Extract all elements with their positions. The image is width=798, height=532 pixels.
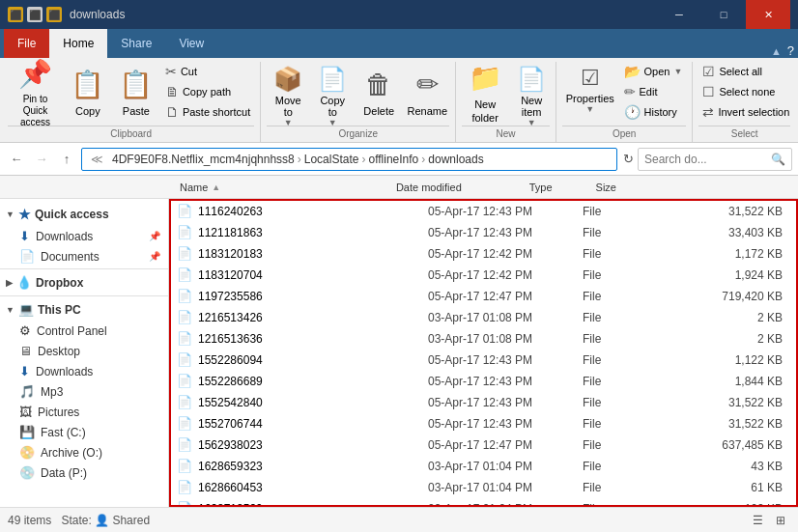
table-row[interactable]: 📄 1628659323 03-Apr-17 01:04 PM File 43 … bbox=[171, 456, 796, 477]
file-date: 05-Apr-17 12:42 PM bbox=[428, 247, 583, 261]
tab-home[interactable]: Home bbox=[49, 29, 107, 58]
properties-button[interactable]: ☑ Properties ▼ bbox=[562, 62, 618, 124]
open-button[interactable]: 📂 Open ▼ bbox=[620, 62, 687, 81]
col-header-date[interactable]: Date modified bbox=[396, 182, 529, 193]
sidebar-item-documents[interactable]: 📄 Documents 📌 bbox=[0, 246, 168, 266]
table-row[interactable]: 📄 1552286689 05-Apr-17 12:43 PM File 1,8… bbox=[171, 371, 796, 392]
sidebar-item-downloads-pc[interactable]: ⬇ Downloads bbox=[0, 361, 168, 381]
organize-content: 📦 Moveto ▼ 📄 Copyto ▼ 🗑 Delete ✏ Rename bbox=[267, 62, 449, 124]
maximize-button[interactable]: □ bbox=[701, 0, 746, 29]
path-sep-2: › bbox=[361, 153, 365, 166]
search-box[interactable]: 🔍 bbox=[638, 148, 792, 171]
window-title: downloads bbox=[70, 8, 657, 21]
copy-to-button[interactable]: 📄 Copyto ▼ bbox=[311, 62, 354, 124]
table-row[interactable]: 📄 1183120183 05-Apr-17 12:42 PM File 1,1… bbox=[171, 243, 796, 265]
table-row[interactable]: 📄 1216513426 03-Apr-17 01:08 PM File 2 K… bbox=[171, 307, 796, 328]
sidebar-item-archive-o[interactable]: 📀 Archive (O:) bbox=[0, 442, 168, 462]
select-none-button[interactable]: ☐ Select none bbox=[698, 82, 793, 101]
column-headers: Name ▲ Date modified Type Size bbox=[0, 176, 798, 199]
edit-button[interactable]: ✏ Edit bbox=[620, 82, 687, 101]
quick-access-icon: ★ bbox=[18, 207, 31, 222]
new-folder-button[interactable]: 📁 Newfolder bbox=[462, 62, 508, 124]
table-row[interactable]: 📄 1628660453 03-Apr-17 01:04 PM File 61 … bbox=[171, 477, 796, 498]
sidebar-item-dropbox[interactable]: ▶ 💧 Dropbox bbox=[0, 271, 168, 294]
sidebar-item-data-p[interactable]: 💿 Data (P:) bbox=[0, 462, 168, 483]
path-segment-1: LocalState bbox=[304, 153, 359, 166]
new-item-button[interactable]: 📄 Newitem ▼ bbox=[510, 62, 553, 124]
documents-label: Documents bbox=[41, 250, 100, 264]
minimize-button[interactable]: ─ bbox=[657, 0, 701, 29]
edit-label: Edit bbox=[640, 86, 658, 98]
up-button[interactable]: ↑ bbox=[56, 149, 77, 170]
table-row[interactable]: 📄 1183120704 05-Apr-17 12:42 PM File 1,9… bbox=[171, 265, 796, 286]
col-header-size[interactable]: Size bbox=[596, 182, 624, 193]
file-date: 03-Apr-17 01:08 PM bbox=[428, 332, 583, 346]
tab-view[interactable]: View bbox=[165, 29, 217, 58]
state-icon: 👤 bbox=[95, 514, 109, 527]
sidebar-item-pictures[interactable]: 🖼 Pictures bbox=[0, 402, 168, 422]
paste-shortcut-button[interactable]: 🗋 Paste shortcut bbox=[161, 102, 254, 122]
sidebar-item-desktop[interactable]: 🖥 Desktop bbox=[0, 341, 168, 361]
large-icons-view-button[interactable]: ⊞ bbox=[771, 511, 790, 530]
sidebar-item-downloads[interactable]: ⬇ Downloads 📌 bbox=[0, 226, 168, 246]
col-size-label: Size bbox=[596, 182, 616, 193]
table-row[interactable]: 📄 1552542840 05-Apr-17 12:43 PM File 31,… bbox=[171, 392, 796, 413]
cut-button[interactable]: ✂ Cut bbox=[161, 62, 254, 81]
sidebar-item-control-panel[interactable]: ⚙ Control Panel bbox=[0, 321, 168, 341]
back-button[interactable]: ← bbox=[6, 149, 27, 170]
tab-file[interactable]: File bbox=[4, 29, 49, 58]
documents-icon: 📄 bbox=[19, 249, 35, 264]
new-item-label: Newitem bbox=[521, 95, 542, 118]
file-icon: 📄 bbox=[177, 331, 192, 346]
ribbon-collapse-icon[interactable]: ▲ bbox=[771, 45, 782, 57]
help-button[interactable]: ? bbox=[787, 43, 794, 58]
col-header-type[interactable]: Type bbox=[529, 182, 596, 193]
table-row[interactable]: 📄 1121181863 05-Apr-17 12:43 PM File 33,… bbox=[171, 222, 796, 243]
table-row[interactable]: 📄 1216513636 03-Apr-17 01:08 PM File 2 K… bbox=[171, 328, 796, 350]
delete-button[interactable]: 🗑 Delete bbox=[356, 62, 402, 124]
new-item-icon: 📄 bbox=[517, 66, 546, 93]
table-row[interactable]: 📄 1628718529 03-Apr-17 01:04 PM File 102… bbox=[171, 498, 796, 507]
search-input[interactable] bbox=[644, 153, 767, 166]
sidebar-item-fast-c[interactable]: 💾 Fast (C:) bbox=[0, 422, 168, 442]
properties-label: Properties bbox=[566, 93, 614, 104]
sidebar-item-this-pc[interactable]: ▼ 💻 This PC bbox=[0, 298, 168, 321]
file-type: File bbox=[583, 353, 660, 367]
file-size: 1,122 KB bbox=[660, 353, 790, 367]
address-path[interactable]: ≪ 4DF9E0F8.Netflix_mcm4njqhnhss8 › Local… bbox=[81, 148, 617, 171]
status-right: ☰ ⊞ bbox=[748, 511, 790, 530]
move-icon: 📦 bbox=[273, 66, 302, 93]
copy-path-button[interactable]: 🗎 Copy path bbox=[161, 82, 254, 101]
file-size: 719,420 KB bbox=[660, 290, 790, 303]
history-button[interactable]: 🕐 History bbox=[620, 102, 687, 122]
sidebar-item-mp3[interactable]: 🎵 Mp3 bbox=[0, 381, 168, 402]
ribbon-tabs: File Home Share View ▲ ? bbox=[0, 29, 798, 58]
file-name: 1628660453 bbox=[198, 481, 263, 494]
sidebar-item-quick-access[interactable]: ▼ ★ Quick access bbox=[0, 203, 168, 226]
select-all-button[interactable]: ☑ Select all bbox=[698, 62, 793, 81]
details-view-button[interactable]: ☰ bbox=[748, 511, 767, 530]
file-icon: 📄 bbox=[177, 310, 192, 324]
table-row[interactable]: 📄 1197235586 05-Apr-17 12:47 PM File 719… bbox=[171, 286, 796, 307]
move-to-button[interactable]: 📦 Moveto ▼ bbox=[267, 62, 309, 124]
pin-to-quick-access-button[interactable]: 📌 Pin to Quickaccess bbox=[8, 62, 63, 124]
invert-selection-button[interactable]: ⇄ Invert selection bbox=[698, 102, 793, 122]
tab-share[interactable]: Share bbox=[107, 29, 165, 58]
paste-button[interactable]: 📋 Paste bbox=[113, 62, 159, 124]
archive-o-icon: 📀 bbox=[19, 445, 35, 460]
file-name: 1121181863 bbox=[198, 226, 263, 239]
table-row[interactable]: 📄 1552706744 05-Apr-17 12:43 PM File 31,… bbox=[171, 413, 796, 434]
table-row[interactable]: 📄 1562938023 05-Apr-17 12:47 PM File 637… bbox=[171, 434, 796, 456]
rename-button[interactable]: ✏ Rename bbox=[404, 62, 450, 124]
table-row[interactable]: 📄 1116240263 05-Apr-17 12:43 PM File 31,… bbox=[171, 201, 796, 222]
refresh-button[interactable]: ↻ bbox=[623, 152, 634, 166]
close-button[interactable]: ✕ bbox=[746, 0, 790, 29]
copy-button[interactable]: 📋 Copy bbox=[65, 62, 111, 124]
path-segment-3: downloads bbox=[428, 153, 483, 166]
forward-button[interactable]: → bbox=[31, 149, 52, 170]
data-p-icon: 💿 bbox=[19, 465, 35, 480]
col-header-name[interactable]: Name ▲ bbox=[180, 182, 396, 193]
open-small-col: 📂 Open ▼ ✏ Edit 🕐 History bbox=[620, 62, 687, 122]
table-row[interactable]: 📄 1552286094 05-Apr-17 12:43 PM File 1,1… bbox=[171, 350, 796, 371]
mp3-label: Mp3 bbox=[41, 385, 63, 399]
